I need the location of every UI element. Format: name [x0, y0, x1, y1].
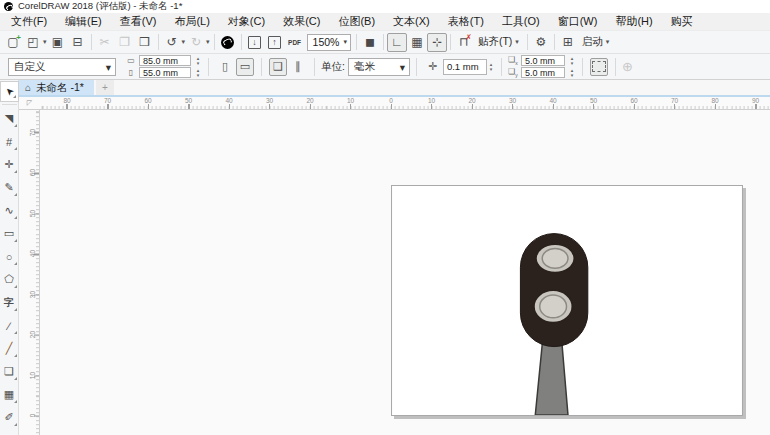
toolbar-separator — [450, 34, 451, 50]
menu-item-6[interactable]: 位图(B) — [329, 13, 384, 30]
page-height-spinner[interactable]: ▴▾ — [194, 68, 202, 78]
horizontal-ruler[interactable]: 80706050403020100102030405060708090 — [40, 97, 770, 110]
transparency-tool[interactable]: ▦ — [0, 383, 19, 406]
menu-item-0[interactable]: 文件(F) — [2, 13, 56, 30]
options-gear-icon[interactable]: ⚙ — [531, 33, 551, 52]
polygon-tool[interactable]: ⬠ — [0, 268, 19, 291]
page-width-spinner[interactable]: ▴▾ — [194, 56, 202, 66]
ellipse-tool[interactable]: ○ — [0, 245, 19, 268]
pan-tool[interactable]: ✛ — [0, 153, 19, 176]
bottom-lamp-lens[interactable] — [540, 295, 567, 318]
menu-item-4[interactable]: 对象(C) — [219, 13, 274, 30]
shape-tool[interactable]: ◥ — [0, 107, 19, 130]
menu-item-9[interactable]: 工具(O) — [493, 13, 549, 30]
options-gear-icon-glyph: ⚙ — [535, 35, 546, 49]
coreldraw-welcome-icon[interactable] — [218, 33, 238, 52]
h-ruler-label: 90 — [752, 97, 759, 104]
h-ruler-label: 70 — [671, 97, 678, 104]
launcher-icon[interactable]: ⊞ — [558, 33, 578, 52]
h-ruler-label: 20 — [306, 97, 313, 104]
zoom-level-combo[interactable]: 150%▾ — [307, 34, 351, 51]
home-icon[interactable]: ⌂ — [25, 82, 31, 93]
page-width-field[interactable] — [139, 55, 191, 66]
new-document-icon[interactable]: ▢+ — [3, 33, 23, 52]
import-icon[interactable]: ↓ — [245, 33, 265, 52]
menu-item-7[interactable]: 文本(X) — [384, 13, 439, 30]
drop-shadow-tool-glyph: ❏ — [4, 365, 14, 378]
duplicate-y-spinner[interactable]: ▴▾ — [568, 68, 576, 78]
save-icon[interactable]: ▣ — [48, 33, 68, 52]
h-ruler-label: 50 — [185, 97, 192, 104]
open-folder-icon[interactable]: ◰ — [23, 33, 43, 52]
show-guidelines-icon[interactable]: ⊹ — [427, 33, 447, 52]
top-lamp-lens[interactable] — [542, 248, 568, 268]
coreldraw-logo-icon — [4, 2, 13, 11]
launcher-icon-glyph: ⊞ — [563, 35, 573, 49]
text-tool[interactable]: 字 — [0, 291, 19, 314]
menu-item-3[interactable]: 布局(L) — [165, 13, 218, 30]
duplicate-y-field[interactable] — [521, 67, 565, 78]
all-pages-button[interactable]: ❑ — [269, 58, 287, 76]
fullscreen-preview-icon[interactable]: ◼ — [360, 33, 380, 52]
crop-tool[interactable]: # — [0, 130, 19, 153]
vertical-ruler[interactable]: 706050403020100 — [28, 110, 40, 435]
nudge-spinner[interactable]: ▴▾ — [487, 62, 495, 72]
pick-tool[interactable]: ➤ — [0, 81, 19, 102]
polygon-tool-glyph: ⬠ — [4, 273, 14, 286]
treat-as-filled-button[interactable] — [590, 58, 608, 76]
ruler-origin-corner[interactable]: ◸ — [19, 97, 40, 110]
drawing-canvas[interactable] — [40, 110, 770, 435]
menu-item-5[interactable]: 效果(C) — [274, 13, 329, 30]
dimension-tool[interactable]: ∕ — [0, 314, 19, 337]
export-icon[interactable]: ↑ — [265, 33, 285, 52]
toolbar-separator — [158, 34, 159, 50]
page-height-field[interactable] — [139, 67, 191, 78]
rectangle-tool[interactable]: ▭ — [0, 222, 19, 245]
units-combo[interactable]: 毫米 ▾ — [348, 58, 410, 76]
h-ruler-label: 40 — [225, 97, 232, 104]
launch-button-label: 启动 — [582, 35, 603, 49]
save-icon-glyph: ▣ — [52, 35, 63, 49]
duplicate-x-field[interactable] — [521, 55, 565, 66]
rectangle-tool-glyph: ▭ — [4, 227, 14, 240]
menu-item-10[interactable]: 窗口(W) — [549, 13, 607, 30]
new-tab-button[interactable]: + — [96, 80, 114, 95]
menu-item-2[interactable]: 查看(V) — [111, 13, 166, 30]
v-ruler-label: 40 — [29, 248, 36, 260]
page-preset-combo[interactable]: 自定义 ▾ — [8, 58, 116, 76]
menu-item-12[interactable]: 购买 — [662, 13, 702, 30]
print-icon[interactable]: ⊟ — [68, 33, 88, 52]
connector-tool[interactable]: ╱ — [0, 337, 19, 360]
undo-icon-glyph: ↺ — [166, 35, 176, 49]
chevron-down-icon: ▾ — [206, 38, 210, 46]
menu-bar: 文件(F)编辑(E)查看(V)布局(L)对象(C)效果(C)位图(B)文本(X)… — [0, 13, 770, 30]
chevron-down-icon: ▾ — [106, 61, 111, 73]
duplicate-x-spinner[interactable]: ▴▾ — [568, 56, 576, 66]
menu-item-1[interactable]: 编辑(E) — [56, 13, 111, 30]
snap-to-button[interactable]: 贴齐(T)▾ — [474, 34, 524, 50]
undo-icon[interactable]: ↺ — [162, 33, 182, 52]
freehand-tool[interactable]: ✎ — [0, 176, 19, 199]
document-tab-active[interactable]: ⌂ 未命名 -1* — [19, 80, 94, 95]
paste-icon[interactable]: ❒ — [135, 33, 155, 52]
show-grid-icon[interactable]: ▦ — [407, 33, 427, 52]
snap-off-icon[interactable]: ⊓✗ — [454, 33, 474, 52]
show-rulers-icon[interactable]: ∟ — [387, 33, 407, 52]
launch-button[interactable]: 启动▾ — [578, 34, 615, 50]
publish-pdf-icon[interactable]: PDF — [285, 33, 305, 52]
menu-item-11[interactable]: 帮助(H) — [606, 13, 661, 30]
current-page-button[interactable]: ∥ — [289, 58, 307, 76]
show-rulers-icon-glyph: ∟ — [391, 35, 403, 49]
eyedropper-tool[interactable]: ✐ — [0, 406, 19, 429]
menu-item-8[interactable]: 表格(T) — [439, 13, 493, 30]
nudge-offset-field[interactable] — [443, 59, 487, 75]
bspline-tool[interactable]: ∿ — [0, 199, 19, 222]
drop-shadow-tool[interactable]: ❏ — [0, 360, 19, 383]
portrait-orientation-button[interactable]: ▯ — [216, 58, 234, 76]
h-ruler-label: 30 — [509, 97, 516, 104]
shape-tool-glyph: ◥ — [5, 112, 13, 125]
document-page[interactable] — [391, 185, 743, 416]
h-ruler-label: 50 — [590, 97, 597, 104]
coreldraw-window: CorelDRAW 2018 (评估版) - 未命名 -1* 文件(F)编辑(E… — [0, 0, 770, 435]
landscape-orientation-button[interactable]: ▭ — [236, 58, 254, 76]
